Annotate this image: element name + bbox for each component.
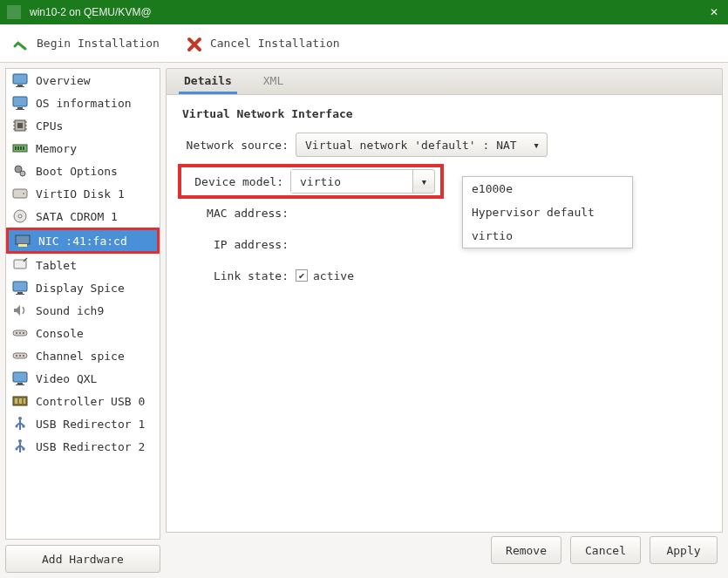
tablet-icon xyxy=(11,256,29,274)
sidebar-item-boot-options[interactable]: Boot Options xyxy=(6,160,160,182)
device-model-label: Device model: xyxy=(185,175,290,188)
sidebar-item-label: SATA CDROM 1 xyxy=(36,210,118,223)
usb-icon xyxy=(11,415,29,432)
sidebar-item-label: OS information xyxy=(36,97,132,110)
sidebar-item-label: Memory xyxy=(36,142,77,155)
hardware-sidebar: OverviewOS informationCPUsMemoryBoot Opt… xyxy=(5,68,160,540)
check-icon xyxy=(12,36,28,51)
link-state-label: Link state: xyxy=(182,269,296,282)
titlebar: win10-2 on QEMU/KVM@ ✕ xyxy=(0,0,728,24)
apply-button[interactable]: Apply xyxy=(650,536,718,564)
monitor-icon xyxy=(11,71,29,89)
sidebar-item-label: Overview xyxy=(36,74,91,87)
details-panel: Virtual Network Interface Network source… xyxy=(166,94,723,533)
tab-details[interactable]: Details xyxy=(179,69,237,94)
begin-installation-button[interactable]: Begin Installation xyxy=(12,36,160,51)
add-hardware-button[interactable]: Add Hardware xyxy=(5,545,160,573)
sidebar-item-label: NIC :41:fa:cd xyxy=(38,235,127,248)
sidebar-item-controller-usb-0[interactable]: Controller USB 0 xyxy=(6,390,160,412)
sidebar-item-cpus[interactable]: CPUs xyxy=(6,114,160,137)
serial-icon xyxy=(11,324,29,342)
sidebar-item-sound-ich9[interactable]: Sound ich9 xyxy=(6,299,160,322)
sidebar-item-label: Display Spice xyxy=(36,282,125,295)
sidebar-item-sata-cdrom-1[interactable]: SATA CDROM 1 xyxy=(6,205,160,228)
close-icon[interactable]: ✕ xyxy=(707,6,721,18)
sidebar-item-label: Boot Options xyxy=(36,165,118,178)
network-source-value: Virtual network 'default' : NAT xyxy=(296,139,526,152)
begin-installation-label: Begin Installation xyxy=(37,37,160,50)
network-source-combo[interactable]: Virtual network 'default' : NAT ▾ xyxy=(296,133,548,157)
sidebar-item-console[interactable]: Console xyxy=(6,322,160,344)
main: Details XML Virtual Network Interface Ne… xyxy=(166,68,723,573)
add-hardware-label: Add Hardware xyxy=(42,553,124,566)
device-model-combo[interactable]: virtio ▾ xyxy=(290,169,435,194)
sidebar-item-label: USB Redirector 1 xyxy=(36,418,145,431)
chevron-down-icon: ▾ xyxy=(413,175,434,188)
cpu-icon xyxy=(11,117,29,134)
toolbar: Begin Installation Cancel Installation xyxy=(0,24,728,63)
sidebar-item-usb-redirector-2[interactable]: USB Redirector 2 xyxy=(6,435,160,458)
sidebar-item-tablet[interactable]: Tablet xyxy=(6,254,160,276)
monitor-icon xyxy=(11,94,29,112)
window: win10-2 on QEMU/KVM@ ✕ Begin Installatio… xyxy=(0,0,728,578)
sidebar-item-label: Sound ich9 xyxy=(36,304,104,317)
body: OverviewOS informationCPUsMemoryBoot Opt… xyxy=(0,63,728,578)
sidebar-item-video-qxl[interactable]: Video QXL xyxy=(6,367,160,390)
nic-icon xyxy=(14,232,31,249)
device-model-option[interactable]: Hypervisor default xyxy=(463,201,632,224)
sidebar-item-label: VirtIO Disk 1 xyxy=(36,187,125,201)
sidebar-item-label: Console xyxy=(36,327,84,340)
controller-icon xyxy=(11,392,29,410)
sidebar-item-label: Video QXL xyxy=(36,372,97,385)
highlight-device-model: Device model: virtio ▾ xyxy=(178,164,444,199)
device-model-value: virtio xyxy=(291,170,413,193)
sidebar-item-label: Tablet xyxy=(36,259,77,272)
chevron-down-icon: ▾ xyxy=(526,139,547,152)
sidebar-item-overview[interactable]: Overview xyxy=(6,69,160,92)
device-model-option[interactable]: e1000e xyxy=(463,177,632,201)
panel-heading: Virtual Network Interface xyxy=(182,107,706,120)
cancel-installation-label: Cancel Installation xyxy=(210,37,340,50)
device-model-option[interactable]: virtio xyxy=(463,224,632,248)
device-model-dropdown: e1000eHypervisor defaultvirtio xyxy=(462,176,633,248)
sidebar-item-label: CPUs xyxy=(36,119,63,133)
sidebar-item-channel-spice[interactable]: Channel spice xyxy=(6,344,160,367)
ram-icon xyxy=(11,139,29,157)
x-icon xyxy=(186,36,201,51)
monitor-icon xyxy=(11,279,29,296)
sidebar-item-display-spice[interactable]: Display Spice xyxy=(6,276,160,299)
link-state-value: active xyxy=(313,269,354,282)
sound-icon xyxy=(11,302,29,319)
network-source-label: Network source: xyxy=(182,139,296,152)
cd-icon xyxy=(11,207,29,225)
gears-icon xyxy=(11,162,29,180)
usb-icon xyxy=(11,438,29,455)
sidebar-item-memory[interactable]: Memory xyxy=(6,137,160,160)
sidebar-item-nic-41-fa-cd[interactable]: NIC :41:fa:cd xyxy=(6,228,160,254)
ip-address-label: IP address: xyxy=(182,238,296,251)
sidebar-item-label: Controller USB 0 xyxy=(36,395,145,408)
tabs: Details XML xyxy=(166,68,723,94)
sidebar-item-os-information[interactable]: OS information xyxy=(6,92,160,114)
cancel-button[interactable]: Cancel xyxy=(570,536,641,564)
sidebar-item-label: USB Redirector 2 xyxy=(36,440,145,453)
link-state-checkbox[interactable]: ✔ xyxy=(296,269,308,282)
window-title: win10-2 on QEMU/KVM@ xyxy=(26,6,707,18)
sidebar-item-usb-redirector-1[interactable]: USB Redirector 1 xyxy=(6,412,160,435)
sidebar-item-virtio-disk-1[interactable]: VirtIO Disk 1 xyxy=(6,182,160,205)
footer: Remove Cancel Apply xyxy=(166,533,723,573)
monitor-icon xyxy=(11,370,29,387)
hdd-icon xyxy=(11,185,29,202)
serial-icon xyxy=(11,347,29,364)
mac-address-label: MAC address: xyxy=(182,207,296,220)
sidebar-item-label: Channel spice xyxy=(36,350,125,363)
cancel-installation-button[interactable]: Cancel Installation xyxy=(186,36,340,51)
remove-button[interactable]: Remove xyxy=(491,536,561,564)
tab-xml[interactable]: XML xyxy=(258,69,289,94)
app-icon xyxy=(7,5,21,19)
